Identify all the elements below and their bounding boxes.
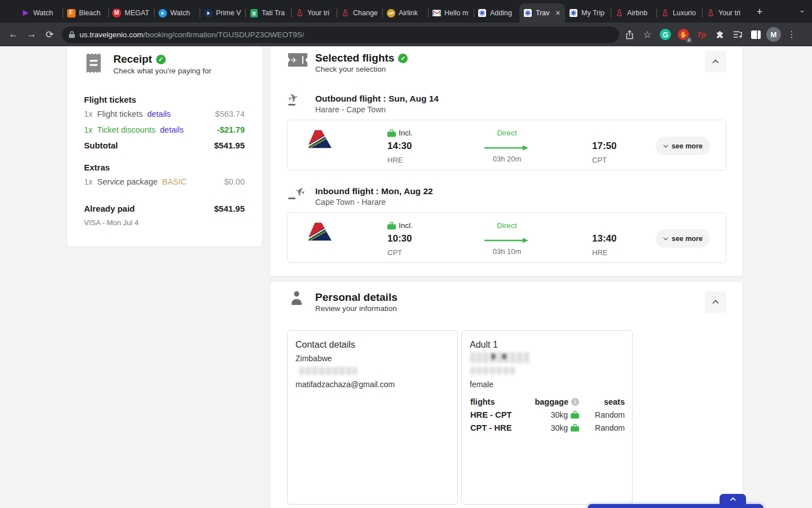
tab-my-trip[interactable]: My Trip (565, 3, 611, 23)
already-paid-row: Already paid $541.95 (84, 204, 245, 213)
media-queue-icon[interactable] (730, 27, 745, 42)
airbnb-favicon-icon (615, 8, 624, 17)
flight-arrow-icon (484, 236, 529, 246)
airbnb-favicon-icon (341, 8, 350, 17)
receipt-row-ticket-discounts: 1x Ticket discounts details -$21.79 (84, 125, 245, 134)
outbound-arrival-time: 17:50 (592, 141, 616, 152)
tab-adding[interactable]: Adding (474, 3, 519, 23)
travelgenio-favicon-icon (523, 8, 532, 17)
travelgenio-favicon-icon (478, 8, 487, 17)
browser-tab-strip: WatchFBleachMMEGATWatchPrime VTati TraYo… (0, 0, 812, 23)
personal-details-collapse-button[interactable] (705, 291, 726, 313)
airbnb-favicon-icon (295, 8, 304, 17)
tab-prime-v[interactable]: Prime V (200, 3, 245, 23)
tab-label: Airbnb (627, 9, 652, 17)
table-row: CPT - HRE 30kg Random (470, 421, 625, 434)
contact-details-box: Contact details Zimbabwe matifadzachaza@… (287, 330, 458, 505)
pinned-extension-icon[interactable]: ✋4 (676, 27, 691, 42)
bookmark-star-icon[interactable]: ☆ (639, 27, 655, 42)
share-icon[interactable] (621, 27, 637, 42)
forward-button[interactable]: → (24, 27, 39, 42)
ticket-discounts-details-link[interactable]: details (160, 125, 184, 134)
contact-email: matifadzachaza@gmail.com (295, 380, 395, 389)
person-icon (290, 291, 303, 308)
inbound-heading: Inbound flight : Mon, Aug 22 (315, 186, 433, 196)
chevron-down-icon (663, 237, 668, 240)
receipt-title: Receipt✓ (113, 53, 166, 65)
play-purple-favicon-icon (21, 8, 30, 17)
adult-dob-redacted (470, 367, 515, 374)
lock-icon[interactable] (69, 30, 75, 38)
baggage-icon (387, 129, 396, 137)
seat-value: Random (579, 410, 625, 419)
url-text: us.travelgenio.com/booking/confirmation/… (80, 30, 304, 39)
address-bar[interactable]: us.travelgenio.com/booking/confirmation/… (62, 27, 619, 43)
baggage-included: Incl. (387, 221, 413, 230)
tab-label: Luxurio (673, 9, 698, 17)
bottom-banner-bar[interactable] (588, 504, 764, 508)
outbound-route: Harare - Cape Town (315, 105, 386, 114)
inbound-see-more-button[interactable]: see more (656, 229, 710, 248)
tab-change[interactable]: Change (337, 3, 382, 23)
flight-tickets-details-link[interactable]: details (147, 110, 171, 119)
tab-search-chevron-icon[interactable]: ⌄ (799, 6, 805, 14)
tab-luxurio[interactable]: Luxurio (656, 3, 702, 23)
new-tab-button[interactable]: + (751, 3, 768, 20)
receipt-subtotal-row: Subtotal $541.95 (84, 141, 245, 150)
tab-close-icon[interactable]: ✕ (555, 10, 561, 17)
col-seats: seats (579, 397, 625, 406)
browser-menu-icon[interactable]: ⋮ (784, 27, 800, 42)
baggage-included: Incl. (387, 129, 413, 137)
tab-label: Change (353, 9, 378, 17)
tab-label: Adding (490, 9, 515, 17)
tab-trav[interactable]: Trav✕ (519, 3, 565, 23)
tab-label: Airlink (399, 9, 424, 17)
tab-label: My Trip (581, 9, 607, 17)
selected-flights-collapse-button[interactable] (705, 51, 726, 72)
tab-watch[interactable]: Watch (17, 3, 63, 23)
tab-label: Your tri (307, 9, 333, 17)
tab-tati-tra[interactable]: Tati Tra (245, 3, 291, 23)
tab-megat[interactable]: MMEGAT (108, 3, 154, 23)
tab-hello-m[interactable]: Hello m (428, 3, 474, 23)
tab-airlink[interactable]: Airlink (382, 3, 428, 23)
receipt-icon (85, 52, 102, 78)
reload-button[interactable]: ⟳ (42, 27, 58, 42)
extras-heading: Extras (84, 163, 110, 172)
adult-gender: female (470, 380, 493, 389)
baggage-info-icon[interactable]: i (571, 398, 579, 406)
outbound-arrival-code: CPT (592, 156, 607, 164)
receipt-check-icon: ✓ (156, 55, 166, 64)
bottom-banner-expand-tab[interactable] (720, 494, 746, 505)
receipt-row-service-package: 1x Service package BASIC $0.00 (84, 177, 245, 186)
inbound-stops: Direct (480, 221, 534, 230)
airlink-favicon-icon (386, 8, 395, 17)
table-header-row: flights baggage i seats (470, 395, 625, 408)
outbound-see-more-button[interactable]: see more (656, 137, 710, 155)
gmail-favicon-icon (432, 8, 441, 17)
contact-details-heading: Contact details (295, 340, 355, 350)
tab-label: Watch (170, 9, 196, 17)
extensions-puzzle-icon[interactable] (712, 27, 727, 42)
tab-bleach[interactable]: FBleach (63, 3, 108, 23)
inbound-arrival-code: HRE (592, 248, 607, 257)
baggage-icon (571, 411, 579, 419)
receipt-card: Receipt✓ Check what you're paying for Fl… (67, 46, 263, 247)
tab-your-tri[interactable]: Your tri (291, 3, 337, 23)
tab-watch[interactable]: Watch (154, 3, 200, 23)
grammarly-extension-icon[interactable]: G (657, 27, 673, 42)
tp-extension-icon[interactable]: Tp (694, 27, 709, 42)
inbound-duration: 03h 10m (480, 247, 534, 256)
tab-airbnb[interactable]: Airbnb (611, 3, 656, 23)
profile-avatar[interactable]: M (766, 27, 782, 42)
sidebar-toggle-icon[interactable] (748, 27, 764, 42)
fandom-favicon-icon: F (67, 8, 76, 17)
tab-label: Prime V (216, 9, 241, 17)
baggage-seats-table: flights baggage i seats HRE - CPT 30kg R… (470, 395, 625, 434)
outbound-departure-time: 14:30 (387, 141, 412, 152)
tab-your-tri[interactable]: Your tri (702, 3, 748, 23)
contact-phone-redacted (299, 367, 357, 375)
back-button[interactable]: ← (6, 27, 21, 42)
extension-badge: 4 (686, 37, 692, 43)
inbound-route: Cape Town - Harare (315, 198, 386, 207)
